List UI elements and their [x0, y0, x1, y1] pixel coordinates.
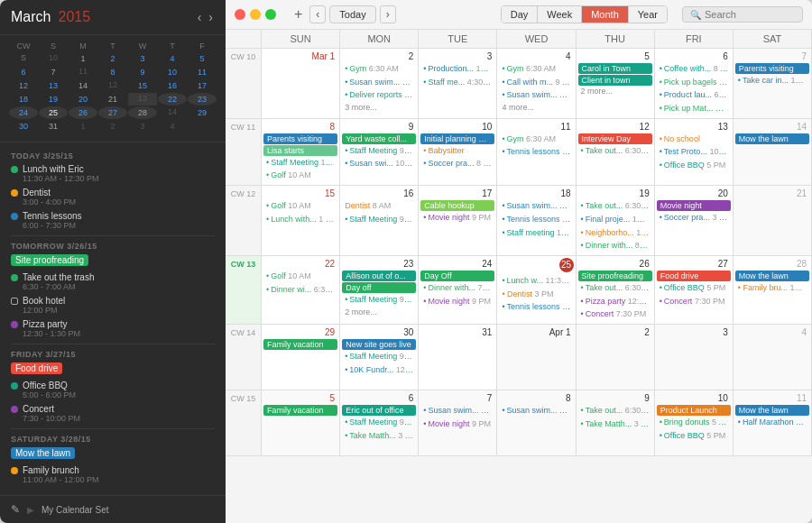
calendar-day[interactable]: 6 Coffee with... 8 AM Pick up bagels 9 A… [655, 49, 734, 118]
search-input[interactable] [705, 9, 795, 20]
calendar-event[interactable]: Take car in... 12 PM [735, 75, 809, 87]
calendar-event[interactable]: Lunch with... 1 PM [263, 214, 337, 226]
calendar-event-block[interactable]: Interview Day [578, 133, 652, 144]
calendar-event[interactable]: Office BBQ 5 PM [657, 160, 731, 172]
calendar-day[interactable]: 23 Allison out of o... Day off Staff Mee… [340, 256, 419, 324]
calendar-day[interactable]: 7 Susan swim... 9 AM Movie night 9 PM [419, 390, 497, 455]
minimize-button[interactable] [250, 9, 261, 20]
calendar-day[interactable]: 31 [419, 325, 497, 390]
calendar-event[interactable]: Movie night 9 PM [420, 418, 494, 431]
more-events-link[interactable]: 2 more... [342, 307, 416, 317]
next-period-button[interactable]: › [380, 5, 396, 23]
calendar-event-block[interactable]: Family vacation [263, 405, 337, 416]
calendar-event[interactable]: Pick up bagels 9 AM [657, 77, 731, 89]
calendar-event[interactable]: Susan swim... 9 AM [499, 405, 573, 417]
calendar-event[interactable]: Golf 10 AM [263, 271, 337, 283]
calendar-event-block[interactable]: Client in town [578, 75, 652, 86]
more-events-link[interactable]: 4 more... [499, 103, 573, 112]
calendar-event[interactable]: Pick up Mat... 10 AM [657, 103, 731, 115]
calendar-event[interactable]: Gym 6:30 AM [499, 133, 573, 146]
calendar-day[interactable]: 11 Gym 6:30 AM Tennis lessons 6 PM [497, 119, 576, 185]
more-events-link[interactable]: 2 more... [578, 87, 652, 96]
calendar-day[interactable]: 11 Mow the lawn Half Marathon 9 AM [734, 390, 812, 455]
calendar-event[interactable]: Concert 7:30 PM [578, 308, 652, 321]
calendar-event-block[interactable]: Parents visiting [263, 133, 337, 144]
calendar-day[interactable]: 24 Day Off Dinner with... 7 PM Movie nig… [419, 256, 497, 324]
prev-period-button[interactable]: ‹ [309, 5, 326, 23]
calendar-event[interactable]: Take out... 6:30 AM [578, 145, 652, 158]
calendar-event-block[interactable]: Day Off [420, 271, 494, 281]
calendar-event[interactable]: Staff Meeting 10 AM [263, 157, 337, 170]
year-view-button[interactable]: Year [629, 6, 667, 23]
calendar-event-block[interactable]: Day off [342, 282, 416, 293]
calendar-event[interactable]: Susan swim... 8 AM [499, 200, 573, 213]
calendar-event[interactable]: Deliver reports 9 AM [342, 89, 416, 102]
calendar-event[interactable]: Office BBQ 5 PM [657, 282, 731, 295]
calendar-day[interactable]: 15 Golf 10 AM Lunch with... 1 PM [262, 186, 340, 255]
calendar-day[interactable]: 9 Take out... 6:30 AM Take Matth... 3 PM [577, 390, 655, 455]
calendar-event-block[interactable]: Yard waste coll... [342, 133, 416, 144]
calendar-day[interactable]: 30 New site goes live Staff Meeting 9 AM… [340, 325, 419, 390]
calendar-day[interactable]: 5 Family vacation [262, 390, 340, 455]
calendar-event[interactable]: Soccer pra... 8 PM [420, 158, 494, 170]
calendar-day[interactable]: 5 Carol in Town Client in town 2 more... [577, 49, 655, 118]
calendar-event-block[interactable]: Lisa starts [263, 145, 337, 156]
calendar-event[interactable]: Tennis lessons 6 PM [499, 146, 573, 159]
calendar-event[interactable]: Staff Meeting 9 AM [342, 351, 416, 363]
calendar-event[interactable]: Production... 11 AM [420, 63, 494, 76]
more-events-link[interactable]: 3 more... [342, 103, 416, 112]
calendar-day[interactable]: 17 Cable hookup Movie night 9 PM [419, 186, 497, 255]
calendar-event[interactable]: Staff meeting 1 PM [499, 227, 573, 240]
calendar-event[interactable]: No school [657, 133, 731, 146]
calendar-day[interactable]: 8 Susan swim... 9 AM [497, 390, 576, 455]
calendar-event[interactable]: Bring donuts 5 AM [657, 417, 731, 429]
calendar-day[interactable]: 22 Golf 10 AM Dinner wi... 6:30 PM [262, 256, 340, 324]
calendar-day[interactable]: 28 Mow the lawn • Family bru... 11 AM [734, 256, 812, 324]
calendar-day[interactable]: 8 Parents visiting Lisa starts Staff Mee… [262, 119, 340, 185]
calendar-day[interactable]: 14 Mow the lawn [734, 119, 812, 185]
calendar-event-block[interactable]: Cable hookup [420, 200, 494, 211]
next-month-button[interactable]: › [207, 10, 215, 24]
calendar-event-block[interactable]: New site goes live [342, 339, 416, 350]
calendar-day[interactable]: 2 [577, 325, 655, 390]
calendar-event[interactable]: Dinner wi... 6:30 PM [263, 284, 337, 297]
calendar-day[interactable]: 12 Interview Day Take out... 6:30 AM [577, 119, 655, 185]
calendar-event[interactable]: Take Matth... 3 PM [342, 430, 416, 443]
calendar-event-block[interactable]: Mow the lawn [735, 271, 809, 281]
calendar-day[interactable]: 18 Susan swim... 8 AM Tennis lessons 9 P… [497, 186, 576, 255]
calendar-event[interactable]: Dinner with... 7 PM [420, 282, 494, 295]
calendar-day[interactable]: 16 Dentist 8 AM Staff Meeting 9 AM [340, 186, 419, 255]
day-view-button[interactable]: Day [502, 6, 539, 23]
calendar-event[interactable]: Tennis lessons 9 PM [499, 214, 573, 226]
calendar-event[interactable]: Take Matth... 3 PM [578, 418, 652, 431]
calendar-event[interactable]: Gym 6:30 AM [499, 63, 573, 76]
calendar-event[interactable]: Neighborho... 1 PM [578, 227, 652, 240]
calendar-day[interactable]: 2 Gym 6:30 AM Susan swim... 9 AM Deliver… [340, 49, 419, 118]
calendar-day[interactable]: 10 Initial planning meeting Babysitter S… [419, 119, 497, 185]
month-view-button[interactable]: Month [582, 6, 629, 23]
calendar-event[interactable]: Susan swim... 9 AM [342, 77, 416, 89]
calendar-event-block[interactable]: Site proofreading [578, 271, 652, 281]
calendar-event-block[interactable]: Eric out of office [342, 405, 416, 416]
calendar-event[interactable]: Take out... 6:30 AM [578, 282, 652, 295]
calendar-event-block[interactable]: Initial planning meeting [420, 133, 494, 144]
calendar-event-block[interactable]: Family vacation [263, 339, 337, 350]
calendar-event-block[interactable]: Food drive [657, 271, 731, 281]
calendar-day-today[interactable]: 25 Lunch w... 11:30 AM • Dentist 3 PM Te… [497, 256, 576, 324]
calendar-day[interactable]: 3 Production... 11 AM Staff me... 4:30 P… [419, 49, 497, 118]
calendar-day[interactable]: 27 Food drive Office BBQ 5 PM Concert 7:… [655, 256, 734, 324]
calendar-event[interactable]: Gym 6:30 AM [342, 63, 416, 76]
calendar-event[interactable]: Half Marathon 9 AM [735, 417, 809, 429]
calendar-day[interactable]: 10 Product Launch Bring donuts 5 AM Offi… [655, 390, 734, 455]
calendar-event[interactable]: Staff Meeting 9 AM [342, 214, 416, 226]
calendar-event[interactable]: • Family bru... 11 AM [735, 282, 809, 295]
calendar-day[interactable]: Apr 1 [497, 325, 576, 390]
calendar-day[interactable]: 21 [734, 186, 812, 255]
calendar-day[interactable]: 9 Yard waste coll... Staff Meeting 9 AM … [340, 119, 419, 185]
calendar-event[interactable]: Movie night 9 PM [420, 212, 494, 225]
calendar-day[interactable]: 13 No school Test Proto... 10 AM Office … [655, 119, 734, 185]
calendar-event[interactable]: Staff Meeting 9 AM [342, 294, 416, 307]
calendar-day[interactable]: 19 Take out... 6:30 AM Final proje... 12… [577, 186, 655, 255]
calendar-day[interactable]: 4 Gym 6:30 AM Call with m... 9 AM Susan … [497, 49, 576, 118]
calendar-event[interactable]: Tennis lessons 9 PM [499, 301, 573, 314]
